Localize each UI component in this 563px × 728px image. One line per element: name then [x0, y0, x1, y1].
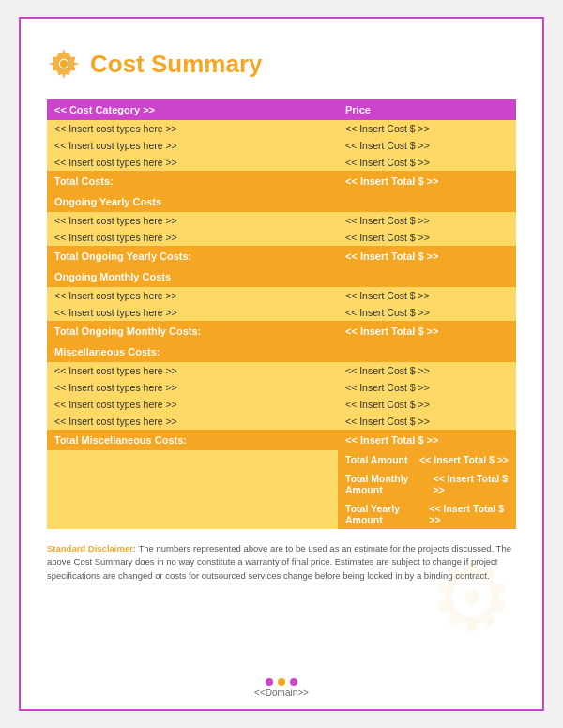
summary-empty: [47, 499, 338, 529]
cost-type: << Insert cost types here >>: [47, 287, 338, 304]
page: Cost Summary << Cost Category >> Price <…: [19, 17, 544, 711]
table-row: << Insert cost types here >><< Insert Co…: [47, 137, 516, 154]
cost-table: << Cost Category >> Price << Insert cost…: [47, 99, 516, 529]
section-header-row: Ongoing Yearly Costs: [47, 191, 516, 212]
cost-price: << Insert Cost $ >>: [338, 212, 516, 229]
total-price: << Insert Total $ >>: [338, 171, 516, 191]
cost-type: << Insert cost types here >>: [47, 413, 338, 430]
summary-content: Total Yearly Amount<< Insert Total $ >>: [338, 499, 516, 529]
total-label: Total Ongoing Yearly Costs:: [47, 246, 338, 266]
total-price: << Insert Total $ >>: [338, 430, 516, 450]
total-row: Total Miscellaneous Costs:<< Insert Tota…: [47, 430, 516, 450]
header: Cost Summary: [47, 47, 516, 81]
cost-price: << Insert Cost $ >>: [338, 304, 516, 321]
cost-type: << Insert cost types here >>: [47, 120, 338, 137]
col-category-header: << Cost Category >>: [47, 99, 338, 120]
cost-type: << Insert cost types here >>: [47, 137, 338, 154]
total-row: Total Ongoing Monthly Costs:<< Insert To…: [47, 321, 516, 341]
total-row: Total Ongoing Yearly Costs:<< Insert Tot…: [47, 246, 516, 266]
cost-price: << Insert Cost $ >>: [338, 154, 516, 171]
cost-type: << Insert cost types here >>: [47, 304, 338, 321]
table-row: << Insert cost types here >><< Insert Co…: [47, 229, 516, 246]
summary-row: Total Monthly Amount<< Insert Total $ >>: [47, 469, 516, 499]
table-row: << Insert cost types here >><< Insert Co…: [47, 304, 516, 321]
col-price-header: Price: [338, 99, 516, 120]
dot-2: [278, 678, 285, 686]
section-header-label: Ongoing Yearly Costs: [47, 191, 516, 212]
cost-price: << Insert Cost $ >>: [338, 396, 516, 413]
table-row: << Insert cost types here >><< Insert Co…: [47, 120, 516, 137]
table-row: << Insert cost types here >><< Insert Co…: [47, 362, 516, 379]
footer: <<Domain>>: [254, 678, 309, 698]
table-row: << Insert cost types here >><< Insert Co…: [47, 287, 516, 304]
cost-price: << Insert Cost $ >>: [338, 379, 516, 396]
table-row: << Insert cost types here >><< Insert Co…: [47, 212, 516, 229]
cost-price: << Insert Cost $ >>: [338, 362, 516, 379]
summary-price: << Insert Total $ >>: [433, 473, 509, 495]
summary-content: Total Monthly Amount<< Insert Total $ >>: [338, 469, 516, 499]
total-price: << Insert Total $ >>: [338, 246, 516, 266]
cost-type: << Insert cost types here >>: [47, 229, 338, 246]
summary-row: Total Amount<< Insert Total $ >>: [47, 450, 516, 469]
cost-price: << Insert Cost $ >>: [338, 137, 516, 154]
total-label: Total Miscellaneous Costs:: [47, 430, 338, 450]
total-row: Total Costs:<< Insert Total $ >>: [47, 171, 516, 191]
cost-price: << Insert Cost $ >>: [338, 120, 516, 137]
total-price: << Insert Total $ >>: [338, 321, 516, 341]
cost-type: << Insert cost types here >>: [47, 379, 338, 396]
cost-type: << Insert cost types here >>: [47, 362, 338, 379]
dot-1: [266, 678, 273, 686]
total-label: Total Ongoing Monthly Costs:: [47, 321, 338, 341]
cost-price: << Insert Cost $ >>: [338, 413, 516, 430]
summary-empty: [47, 469, 338, 499]
summary-row: Total Yearly Amount<< Insert Total $ >>: [47, 499, 516, 529]
summary-price: << Insert Total $ >>: [419, 454, 509, 465]
section-header-label: Ongoing Monthly Costs: [47, 266, 516, 287]
table-row: << Insert cost types here >><< Insert Co…: [47, 396, 516, 413]
cost-type: << Insert cost types here >>: [47, 154, 338, 171]
table-row: << Insert cost types here >><< Insert Co…: [47, 379, 516, 396]
page-title: Cost Summary: [90, 50, 263, 79]
svg-point-2: [60, 60, 68, 68]
table-row: << Insert cost types here >><< Insert Co…: [47, 154, 516, 171]
watermark: ⚙: [430, 543, 514, 653]
cost-type: << Insert cost types here >>: [47, 212, 338, 229]
summary-price: << Insert Total $ >>: [429, 503, 509, 525]
section-header-row: Ongoing Monthly Costs: [47, 266, 516, 287]
footer-domain: <<Domain>>: [254, 688, 309, 698]
footer-dots: [266, 678, 297, 686]
table-row: << Insert cost types here >><< Insert Co…: [47, 413, 516, 430]
summary-content: Total Amount<< Insert Total $ >>: [338, 450, 516, 469]
disclaimer-label: Standard Disclaimer:: [47, 543, 136, 554]
summary-empty: [47, 450, 338, 469]
table-header: << Cost Category >> Price: [47, 99, 516, 120]
dot-3: [290, 678, 297, 686]
section-header-row: Miscellaneous Costs:: [47, 341, 516, 362]
cost-price: << Insert Cost $ >>: [338, 229, 516, 246]
section-header-label: Miscellaneous Costs:: [47, 341, 516, 362]
total-label: Total Costs:: [47, 171, 338, 191]
cost-type: << Insert cost types here >>: [47, 396, 338, 413]
cost-price: << Insert Cost $ >>: [338, 287, 516, 304]
gear-icon: [47, 47, 81, 81]
